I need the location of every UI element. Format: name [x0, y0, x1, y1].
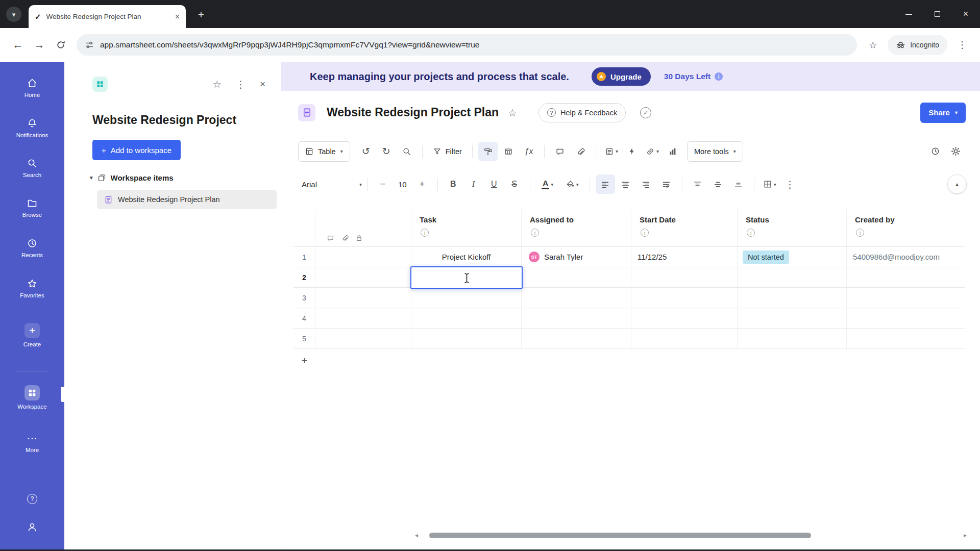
cell-row-actions[interactable]	[315, 288, 411, 308]
cell-row-actions[interactable]	[315, 329, 411, 348]
forward-button[interactable]: →	[29, 34, 50, 56]
sidebar-item-workspace[interactable]: Workspace	[0, 385, 64, 410]
activity-log-button[interactable]	[925, 142, 945, 161]
more-tools-button[interactable]: More tools ▾	[687, 141, 743, 162]
document-options-button[interactable]: ▾	[602, 142, 621, 161]
align-left-button[interactable]	[596, 174, 615, 194]
increase-font-button[interactable]: +	[412, 174, 432, 194]
cell-created-by[interactable]	[847, 308, 965, 328]
panel-close-icon[interactable]: ×	[260, 79, 265, 90]
view-selector-button[interactable]: Table ▾	[298, 141, 350, 162]
share-button[interactable]: Share ▾	[920, 103, 966, 123]
cell-status[interactable]: Not started	[738, 247, 847, 267]
scrollbar-thumb[interactable]	[429, 533, 811, 538]
cell-start-date[interactable]	[631, 267, 738, 287]
cell-task[interactable]: Project Kickoff	[411, 247, 522, 267]
align-right-button[interactable]	[636, 174, 656, 194]
format-more-button[interactable]: ⋮	[780, 174, 800, 194]
column-header-status[interactable]: Status i	[738, 209, 847, 246]
borders-button[interactable]: ▾	[760, 174, 779, 194]
comment-button[interactable]	[550, 142, 570, 161]
settings-button[interactable]	[946, 142, 965, 161]
maximize-button[interactable]	[923, 0, 951, 28]
scroll-left-icon[interactable]: ◂	[415, 532, 418, 539]
row-number[interactable]: 2	[293, 267, 315, 287]
column-info-icon[interactable]: i	[421, 229, 429, 237]
search-button[interactable]	[397, 142, 416, 161]
active-cell-editor[interactable]	[410, 266, 523, 289]
browser-menu-icon[interactable]: ⋮	[951, 34, 973, 56]
cell-created-by[interactable]	[847, 288, 965, 308]
sidebar-item-favorites[interactable]: Favorites	[0, 278, 64, 298]
cell-start-date[interactable]	[631, 308, 738, 328]
back-button[interactable]: ←	[7, 34, 29, 56]
cell-status[interactable]	[738, 329, 847, 348]
minimize-button[interactable]	[894, 0, 923, 28]
cell-assigned-to[interactable]	[522, 267, 631, 287]
column-header-task[interactable]: Task i	[411, 209, 522, 246]
cell-task[interactable]	[411, 308, 522, 328]
upgrade-button[interactable]: Upgrade	[592, 67, 651, 86]
cell-created-by[interactable]	[847, 267, 965, 287]
formula-button[interactable]: ƒx	[519, 142, 538, 161]
paint-format-button[interactable]	[478, 142, 498, 161]
undo-button[interactable]: ↺	[356, 142, 376, 161]
row-number[interactable]: 4	[293, 308, 315, 328]
fill-color-button[interactable]: ▾	[560, 174, 584, 194]
url-bar[interactable]: app.smartsheet.com/sheets/v3qwxMgRrP9pqp…	[77, 34, 857, 56]
valign-top-button[interactable]	[688, 174, 707, 194]
cell-task[interactable]	[411, 329, 522, 348]
help-feedback-button[interactable]: ? Help & Feedback	[538, 103, 626, 122]
align-center-button[interactable]	[616, 174, 635, 194]
column-info-icon[interactable]: i	[531, 229, 539, 237]
column-info-icon[interactable]: i	[747, 229, 755, 237]
sidebar-item-recents[interactable]: Recents	[0, 238, 64, 258]
column-info-icon[interactable]: i	[641, 229, 649, 237]
sidebar-help-button[interactable]: ?	[0, 494, 64, 504]
cell-row-actions[interactable]	[315, 267, 411, 287]
italic-button[interactable]: I	[464, 174, 483, 194]
sidebar-item-home[interactable]: Home	[0, 78, 64, 98]
chart-button[interactable]	[663, 142, 682, 161]
tab-close-icon[interactable]: ×	[175, 12, 180, 21]
cell-assigned-to[interactable]	[522, 329, 631, 348]
sidebar-item-create[interactable]: + Create	[0, 323, 64, 347]
reload-button[interactable]	[50, 34, 71, 56]
scroll-right-icon[interactable]: ▸	[964, 532, 967, 539]
font-family-select[interactable]: Arial ▾	[302, 180, 362, 189]
bold-button[interactable]: B	[444, 174, 463, 194]
row-number[interactable]: 1	[293, 247, 315, 267]
sidebar-account-button[interactable]	[0, 521, 64, 533]
row-action-column-header[interactable]	[315, 209, 411, 246]
sidebar-item-notifications[interactable]: Notifications	[0, 118, 64, 138]
sidebar-item-more[interactable]: ⋯ More	[0, 433, 64, 453]
favorite-sheet-star-icon[interactable]: ☆	[508, 107, 517, 119]
cell-created-by[interactable]: 5400986d@moodjoy.com	[847, 247, 965, 267]
decrease-font-button[interactable]: −	[373, 174, 393, 194]
row-number-header[interactable]	[293, 209, 315, 246]
cell-row-actions[interactable]	[315, 308, 411, 328]
cell-start-date[interactable]	[631, 288, 738, 308]
cell-status[interactable]	[738, 267, 847, 287]
browser-tab[interactable]: ✓ Website Redesign Project Plan ×	[29, 5, 186, 28]
site-info-icon[interactable]	[85, 40, 94, 49]
collapse-toolbar-button[interactable]: ▴	[947, 174, 967, 194]
panel-menu-icon[interactable]: ⋮	[236, 79, 246, 90]
automation-button[interactable]	[622, 142, 642, 161]
tab-search-button[interactable]: ▾	[6, 7, 21, 22]
column-info-icon[interactable]: i	[856, 229, 864, 237]
cell-status[interactable]	[738, 288, 847, 308]
cell-row-actions[interactable]	[315, 247, 411, 267]
add-to-workspace-button[interactable]: + Add to workspace	[92, 140, 181, 160]
cell-start-date[interactable]: 11/12/25	[631, 247, 738, 267]
sidebar-item-browse[interactable]: Browse	[0, 197, 64, 218]
attachment-button[interactable]	[571, 142, 590, 161]
cell-created-by[interactable]	[847, 329, 965, 348]
redo-button[interactable]: ↻	[377, 142, 396, 161]
favorite-star-icon[interactable]: ☆	[213, 79, 222, 90]
valign-bottom-button[interactable]	[729, 174, 748, 194]
new-tab-button[interactable]: +	[194, 8, 208, 22]
workspace-items-section[interactable]: ▾ Workspace items	[90, 173, 174, 182]
cell-merge-button[interactable]	[499, 142, 518, 161]
filter-button[interactable]: Filter	[428, 142, 467, 161]
